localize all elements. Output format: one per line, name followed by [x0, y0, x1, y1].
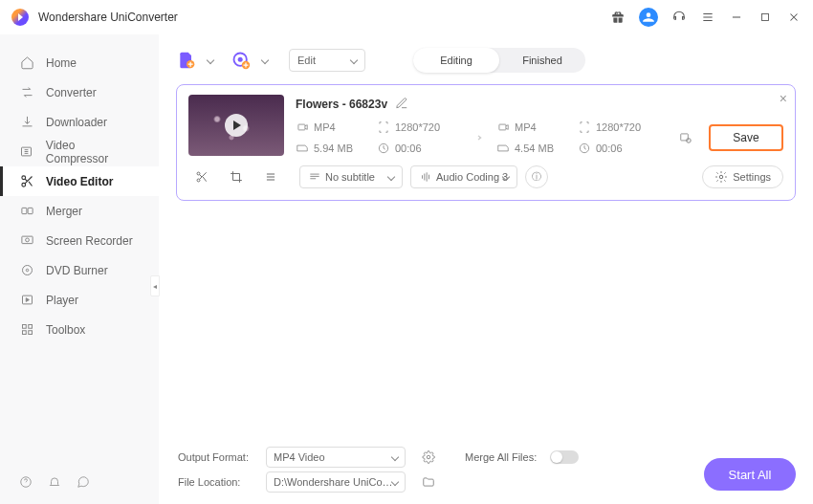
src-dur: 00:06	[395, 142, 422, 154]
edit-title-icon[interactable]	[395, 97, 408, 113]
output-format-select[interactable]: MP4 Video	[266, 447, 406, 468]
svg-point-28	[720, 175, 724, 179]
headset-icon[interactable]	[671, 10, 687, 25]
sidebar-item-toolbox[interactable]: Toolbox	[0, 315, 159, 344]
svg-rect-14	[28, 331, 32, 335]
add-target-icon[interactable]	[231, 50, 252, 71]
sidebar-item-label: Converter	[46, 86, 97, 99]
dst-format: MP4	[515, 121, 537, 133]
download-icon	[19, 115, 34, 130]
sidebar-item-merger[interactable]: Merger	[0, 196, 159, 226]
sidebar-item-label: Video Compressor	[46, 139, 140, 165]
open-folder-icon[interactable]	[419, 472, 438, 492]
svg-point-3	[21, 183, 25, 186]
sidebar-item-downloader[interactable]: Downloader	[0, 107, 159, 137]
edit-select[interactable]: Edit	[289, 49, 365, 72]
close-icon[interactable]: ×	[780, 91, 787, 106]
sidebar-item-label: DVD Burner	[46, 264, 108, 277]
sidebar-item-label: Downloader	[46, 116, 107, 129]
bell-icon[interactable]	[48, 475, 61, 493]
subtitle-select[interactable]: No subtitle	[299, 165, 403, 188]
info-icon[interactable]: ⓘ	[525, 165, 548, 188]
src-format: MP4	[314, 121, 336, 133]
src-size: 5.94 MB	[314, 142, 353, 154]
sidebar-item-player[interactable]: Player	[0, 285, 159, 315]
record-icon	[19, 233, 34, 249]
sidebar-item-label: Screen Recorder	[46, 234, 133, 248]
chat-icon[interactable]	[77, 475, 90, 493]
svg-rect-13	[22, 331, 26, 335]
sidebar-item-dvd-burner[interactable]: DVD Burner	[0, 255, 159, 285]
sidebar-item-compressor[interactable]: Video Compressor	[0, 137, 159, 166]
sidebar-item-converter[interactable]: Converter	[0, 77, 159, 107]
save-button[interactable]: Save	[709, 124, 783, 151]
audio-select[interactable]: Audio Coding 3	[410, 165, 517, 188]
file-location-select[interactable]: D:\Wondershare UniConverter 1	[266, 471, 406, 493]
svg-rect-11	[22, 325, 26, 329]
maximize-icon[interactable]	[758, 10, 773, 25]
tab-editing[interactable]: Editing	[413, 48, 499, 73]
settings-button[interactable]: Settings	[702, 165, 783, 188]
dst-dur: 00:06	[596, 142, 623, 154]
svg-point-9	[26, 269, 29, 272]
scissors-icon	[19, 174, 34, 189]
crop-icon[interactable]	[223, 166, 250, 187]
app-logo-icon	[11, 9, 29, 26]
add-file-icon[interactable]	[176, 50, 197, 71]
svg-point-18	[238, 57, 243, 62]
main-panel: Edit Editing Finished × Flowers - 66823v…	[159, 34, 813, 504]
play-icon	[225, 114, 248, 137]
svg-rect-20	[298, 124, 305, 130]
svg-point-27	[197, 179, 200, 182]
svg-point-7	[25, 238, 29, 242]
play-rect-icon	[19, 293, 34, 308]
gift-icon[interactable]	[610, 10, 626, 25]
user-avatar-icon[interactable]	[639, 8, 658, 27]
home-icon	[19, 55, 34, 71]
svg-rect-4	[21, 208, 26, 213]
svg-point-8	[22, 266, 32, 275]
footer-bar: Output Format: MP4 Video Merge All Files…	[178, 439, 796, 504]
chevron-down-icon[interactable]	[207, 56, 214, 64]
start-all-button[interactable]: Start All	[704, 458, 796, 491]
close-window-icon[interactable]	[786, 10, 802, 25]
format-settings-icon[interactable]	[419, 448, 438, 467]
file-location-label: File Location:	[178, 476, 253, 488]
svg-rect-6	[21, 236, 32, 244]
sidebar-item-home[interactable]: Home	[0, 48, 159, 77]
merge-files-label: Merge All Files:	[465, 451, 537, 463]
sidebar-item-label: Merger	[46, 205, 82, 218]
sidebar-item-label: Video Editor	[46, 175, 113, 188]
video-title: Flowers - 66823v	[296, 98, 387, 111]
dst-res: 1280*720	[596, 121, 641, 133]
src-res: 1280*720	[395, 121, 440, 133]
arrow-right-icon	[464, 128, 491, 147]
sidebar-item-screen-recorder[interactable]: Screen Recorder	[0, 226, 159, 255]
svg-point-29	[427, 455, 430, 459]
title-bar: Wondershare UniConverter	[0, 0, 813, 34]
svg-point-2	[21, 176, 25, 180]
trim-icon[interactable]	[188, 166, 215, 187]
minimize-icon[interactable]	[729, 10, 744, 25]
merge-icon	[19, 204, 34, 219]
dst-size: 4.54 MB	[515, 142, 554, 154]
compress-icon	[19, 144, 34, 160]
sidebar-item-label: Home	[46, 56, 77, 70]
svg-rect-0	[762, 14, 769, 21]
output-format-label: Output Format:	[178, 451, 253, 463]
svg-point-26	[197, 172, 200, 175]
svg-rect-5	[28, 208, 33, 213]
output-settings-icon[interactable]	[674, 126, 697, 149]
svg-rect-12	[28, 325, 32, 329]
effects-icon[interactable]	[257, 166, 284, 187]
app-title: Wondershare UniConverter	[38, 11, 178, 24]
sidebar-item-label: Toolbox	[46, 323, 85, 337]
video-thumbnail[interactable]	[188, 95, 284, 156]
sidebar-item-video-editor[interactable]: Video Editor	[0, 166, 159, 196]
menu-icon[interactable]	[700, 10, 715, 25]
merge-files-toggle[interactable]	[550, 450, 579, 464]
sidebar-item-label: Player	[46, 294, 78, 307]
tab-finished[interactable]: Finished	[499, 48, 585, 73]
help-icon[interactable]	[19, 475, 33, 493]
chevron-down-icon[interactable]	[261, 56, 269, 64]
